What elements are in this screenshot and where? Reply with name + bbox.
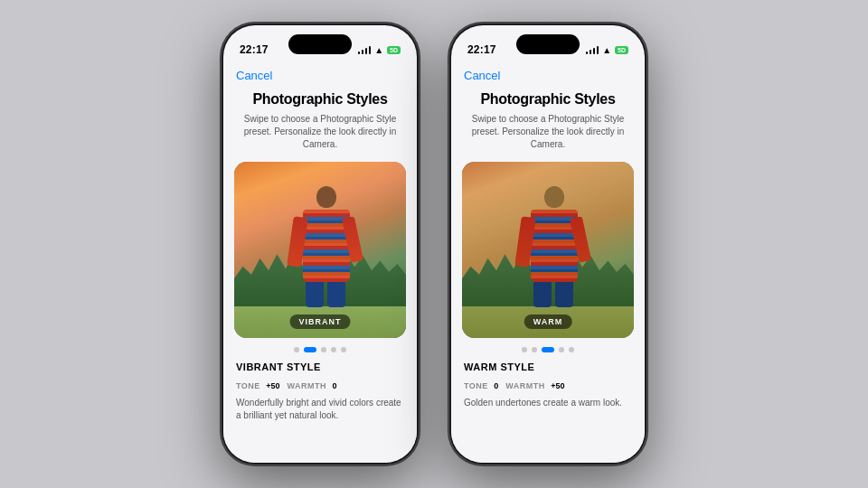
wifi-icon-right: ▲: [602, 45, 611, 55]
dot-2-left: [304, 347, 316, 352]
phone-screen-left: 22:17 ▲ 5D Cancel Photographic Styles: [223, 25, 417, 463]
phone-frame-left: 22:17 ▲ 5D Cancel Photographic Styles: [221, 23, 420, 465]
dot-3-left: [321, 347, 326, 352]
dot-3-right: [542, 347, 554, 352]
leg-2-right: [555, 282, 573, 307]
person-legs-right: [533, 282, 575, 307]
person-right: [524, 186, 583, 313]
cancel-btn-left[interactable]: Cancel: [223, 65, 417, 87]
style-badge-right: WARM: [524, 314, 572, 329]
phone-right: 22:17 ▲ 5D Cancel Photographic Styles: [448, 23, 647, 465]
style-name-left: VIBRANT STYLE: [236, 361, 404, 372]
status-icons-right: ▲ 5D: [586, 45, 628, 55]
tone-value-right: 0: [494, 381, 498, 390]
person-head-right: [544, 186, 564, 208]
leg-1-right: [533, 282, 552, 307]
person-head-left: [316, 186, 336, 208]
page-title-left: Photographic Styles: [241, 90, 399, 108]
subtitle-right: Swipe to choose a Photographic Style pre…: [469, 113, 627, 151]
style-info-left: VIBRANT STYLE TONE +50 WARMTH 0 Wonderfu…: [223, 354, 417, 463]
photo-card-left: VIBRANT: [234, 162, 406, 338]
title-section-right: Photographic Styles Swipe to choose a Ph…: [451, 87, 645, 158]
person-body-left: [303, 210, 350, 282]
title-section-left: Photographic Styles Swipe to choose a Ph…: [223, 87, 417, 158]
warmth-label-left: WARMTH: [288, 381, 327, 390]
warmth-label-right: WARMTH: [505, 381, 545, 390]
style-params-right: TONE 0 WARMTH +50: [464, 376, 632, 392]
dots-right: [451, 342, 645, 354]
page-title-right: Photographic Styles: [469, 90, 627, 108]
battery-icon-right: 5D: [615, 46, 628, 54]
dynamic-island-left: [288, 34, 352, 54]
warmth-value-right: +50: [551, 381, 564, 390]
tone-label-left: TONE: [236, 381, 260, 390]
style-params-left: TONE +50 WARMTH 0: [236, 376, 404, 392]
dot-2-right: [532, 347, 537, 352]
battery-icon-left: 5D: [387, 46, 401, 54]
dot-1-right: [522, 347, 527, 352]
leg-2-left: [327, 282, 345, 307]
dot-1-left: [294, 347, 299, 352]
status-time-left: 22:17: [240, 43, 269, 56]
status-time-right: 22:17: [467, 43, 496, 56]
photo-scene-left: VIBRANT: [234, 162, 406, 338]
leg-1-left: [306, 282, 324, 307]
phone-frame-right: 22:17 ▲ 5D Cancel Photographic Styles: [448, 23, 647, 465]
style-badge-left: VIBRANT: [290, 314, 351, 329]
signal-icon-right: [586, 45, 599, 54]
style-desc-left: Wonderfully bright and vivid colors crea…: [236, 397, 404, 422]
phone-left: 22:17 ▲ 5D Cancel Photographic Styles: [221, 23, 420, 465]
photo-card-right: WARM: [462, 162, 634, 338]
warmth-value-left: 0: [333, 381, 337, 390]
style-desc-right: Golden undertones create a warm look.: [464, 397, 632, 409]
tone-value-left: +50: [266, 381, 279, 390]
person-left: [297, 186, 355, 313]
wifi-icon-left: ▲: [374, 45, 383, 55]
phone-screen-right: 22:17 ▲ 5D Cancel Photographic Styles: [451, 25, 645, 463]
signal-icon-left: [358, 45, 372, 54]
style-name-right: WARM STYLE: [464, 361, 632, 372]
style-info-right: WARM STYLE TONE 0 WARMTH +50 Golden unde…: [451, 354, 645, 463]
subtitle-left: Swipe to choose a Photographic Style pre…: [241, 113, 399, 151]
dot-4-left: [331, 347, 336, 352]
photo-scene-right: WARM: [462, 162, 634, 338]
cancel-btn-right[interactable]: Cancel: [451, 65, 645, 87]
dot-5-left: [341, 347, 346, 352]
dot-5-right: [569, 347, 574, 352]
dot-4-right: [559, 347, 564, 352]
status-icons-left: ▲ 5D: [358, 45, 401, 55]
dots-left: [223, 342, 417, 354]
person-body-right: [531, 210, 578, 282]
tone-label-right: TONE: [464, 381, 488, 390]
dynamic-island-right: [516, 34, 580, 54]
person-legs-left: [306, 282, 347, 307]
